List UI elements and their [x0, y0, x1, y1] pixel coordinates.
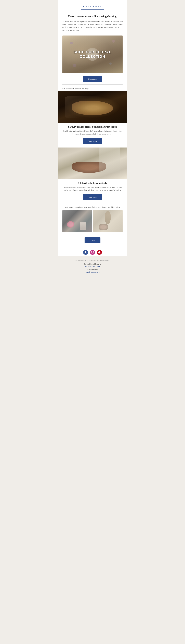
bathroom-body: You can have a rejuvenating bath experie…: [62, 186, 123, 192]
bathroom-title: 3 Effortless bathroom rituals: [62, 182, 123, 184]
shop-now-button[interactable]: Shop now: [83, 76, 102, 82]
shop-now-container: Shop now: [58, 73, 127, 83]
challah-title: Savoury challah bread: a perfect Saturda…: [62, 126, 123, 128]
challah-cta-container: Read more: [62, 138, 123, 145]
challah-content: Savoury challah bread: a perfect Saturda…: [58, 123, 127, 146]
challah-read-more-button[interactable]: Read more: [83, 138, 102, 144]
facebook-icon[interactable]: f: [83, 250, 88, 255]
bathroom-read-more-button[interactable]: Read more: [83, 194, 102, 200]
bathroom-cta-container: Read more: [62, 194, 123, 202]
website-url[interactable]: www.linentales.com: [62, 271, 123, 273]
social-footer: f: [62, 247, 123, 256]
mailing-email[interactable]: info@linentales.com: [62, 266, 123, 267]
follow-button[interactable]: Follow: [85, 238, 100, 243]
instagram-grid: [62, 210, 123, 232]
hero-image: SHOP OUR FLORAL COLLECTION: [62, 36, 123, 73]
logo-line2: TALES: [93, 6, 102, 8]
logo-line1: LINEN: [83, 6, 92, 8]
instagram-intro: Add some inspiration to your feed. Follo…: [62, 206, 123, 208]
hero-text-overlay: SHOP OUR FLORAL COLLECTION: [74, 50, 111, 59]
spring-body: As nature sheds the winter gloom and sta…: [62, 20, 123, 32]
hero-image-container: SHOP OUR FLORAL COLLECTION: [62, 36, 123, 73]
svg-point-1: [92, 252, 93, 253]
blog-post-challah: Savoury challah bread: a perfect Saturda…: [58, 91, 127, 148]
svg-rect-0: [91, 251, 94, 253]
email-container: LINEN TALES There are reasons we call it…: [58, 0, 127, 279]
spring-heading: There are reasons we call it 'spring cle…: [62, 15, 123, 18]
challah-body: Challah is the traditional Jewish bread …: [62, 130, 123, 136]
hero-line2: COLLECTION: [74, 54, 111, 59]
svg-point-2: [93, 252, 93, 252]
challah-image: [58, 91, 127, 123]
section-instagram: Add some inspiration to your feed. Follo…: [58, 204, 127, 246]
follow-button-container: Follow: [62, 234, 123, 244]
instagram-icon[interactable]: [90, 250, 95, 255]
blog-intro: Get some fresh ideas on our blog:: [58, 86, 127, 91]
copyright-footer: Copyright © 2018 Linen Tales. All rights…: [58, 256, 127, 279]
website-label: Our website is:: [62, 269, 123, 270]
section-spring: There are reasons we call it 'spring cle…: [58, 12, 127, 36]
instagram-image-2: [93, 210, 123, 232]
bathroom-content: 3 Effortless bathroom rituals You can ha…: [58, 179, 127, 202]
blog-post-bathroom: 3 Effortless bathroom rituals You can ha…: [58, 148, 127, 204]
instagram-image-1: [62, 210, 92, 232]
logo: LINEN TALES: [81, 4, 104, 10]
social-icons: f: [62, 250, 123, 255]
hero-image-inner: SHOP OUR FLORAL COLLECTION: [62, 36, 123, 73]
bathroom-image: [58, 148, 127, 179]
header: LINEN TALES: [58, 0, 127, 12]
pinterest-icon[interactable]: [97, 250, 102, 255]
mailing-label: Our mailing address is:: [62, 263, 123, 265]
copyright-text: Copyright © 2018 Linen Tales. All rights…: [62, 259, 123, 261]
hero-line1: SHOP OUR FLORAL: [74, 50, 111, 54]
